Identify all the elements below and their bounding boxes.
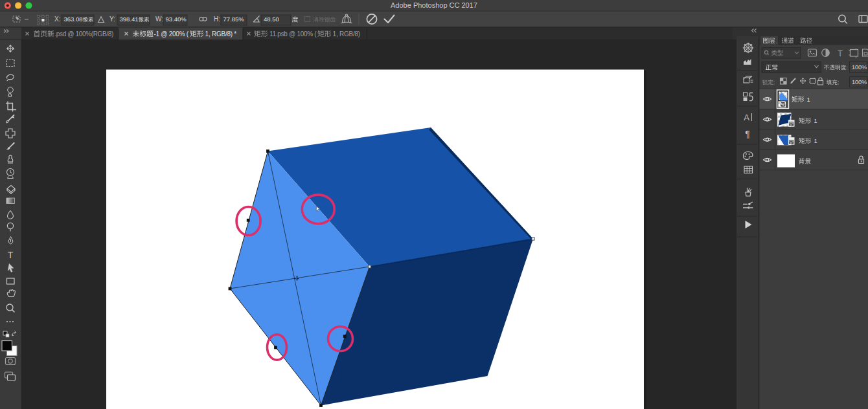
svg-text:¶: ¶ bbox=[745, 129, 750, 139]
svg-text:1: 1 bbox=[807, 96, 810, 103]
svg-text:100%: 100% bbox=[852, 79, 867, 85]
svg-text:Y:: Y: bbox=[109, 16, 115, 23]
svg-text:11.psb @ 100% (: 11.psb @ 100% ( bbox=[269, 30, 317, 38]
svg-text:363.08: 363.08 bbox=[64, 16, 83, 23]
svg-text:W:: W: bbox=[155, 16, 163, 23]
svg-text:1, RGB/8): 1, RGB/8) bbox=[333, 30, 360, 38]
svg-text:.psd @ 100%(RGB/8): .psd @ 100%(RGB/8) bbox=[54, 30, 113, 38]
svg-text:48.50: 48.50 bbox=[264, 16, 279, 23]
svg-text:1: 1 bbox=[814, 117, 817, 124]
svg-text:X:: X: bbox=[54, 16, 60, 23]
svg-text:A: A bbox=[744, 113, 749, 122]
svg-text:Adobe Photoshop CC 2017: Adobe Photoshop CC 2017 bbox=[391, 1, 477, 9]
svg-text:1: 1 bbox=[814, 137, 817, 144]
svg-text:93.40%: 93.40% bbox=[166, 16, 187, 23]
svg-text:398.41: 398.41 bbox=[120, 16, 139, 23]
svg-text:-1 @ 200% (: -1 @ 200% ( bbox=[154, 30, 188, 38]
svg-text:1, RGB/8) *: 1, RGB/8) * bbox=[205, 30, 237, 38]
svg-text:77.85%: 77.85% bbox=[223, 16, 245, 23]
svg-text:T: T bbox=[838, 49, 843, 58]
svg-text:100%: 100% bbox=[852, 64, 867, 71]
svg-text:H:: H: bbox=[214, 16, 220, 23]
svg-text:T: T bbox=[8, 250, 14, 260]
